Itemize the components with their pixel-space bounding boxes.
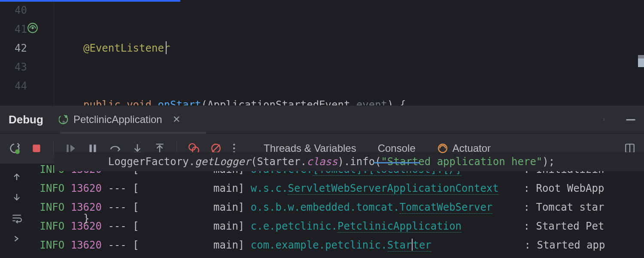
code-editor[interactable]: 40 41 42 43 44 @EventListener public voi… [0, 0, 644, 105]
code-line[interactable]: @EventListener [54, 39, 644, 58]
line-number[interactable]: 40 [0, 1, 54, 20]
stop-button[interactable] [29, 141, 44, 156]
threads-variables-tab[interactable]: Threads & Variables [263, 134, 357, 163]
svg-rect-6 [626, 119, 635, 120]
listener-gutter-icon[interactable] [27, 22, 38, 34]
rerun-button[interactable] [7, 141, 21, 156]
punct-token: . [189, 156, 195, 168]
actuator-tab-label: Actuator [453, 142, 491, 154]
editor-content[interactable]: @EventListener public void onStart(Appli… [54, 0, 644, 105]
tab-scroll-indicator [60, 132, 206, 134]
rerun-icon [59, 114, 69, 125]
type-token: LoggerFactory [108, 156, 189, 168]
console-side-toolbar [0, 163, 33, 258]
actuator-tab[interactable]: Actuator [436, 134, 492, 163]
svg-rect-8 [33, 144, 40, 152]
annotation-token: @EventListener [83, 42, 170, 54]
soft-wrap-button[interactable] [10, 212, 23, 224]
punct-token: } [83, 212, 89, 224]
console-tab[interactable]: Console [377, 134, 416, 163]
line-number[interactable]: 44 [0, 77, 54, 95]
progress-bar [0, 0, 180, 2]
text-cursor-icon [412, 239, 413, 251]
svg-point-7 [15, 149, 20, 154]
scroll-down-button[interactable] [10, 191, 23, 204]
toolwindow-title: Debug [9, 113, 43, 126]
punct-token: ( [251, 156, 257, 168]
svg-point-5 [604, 120, 604, 120]
run-config-label: PetclinicApplication [73, 114, 162, 126]
svg-point-1 [31, 27, 33, 29]
run-config-tab[interactable]: PetclinicApplication ✕ [55, 106, 184, 133]
line-number[interactable]: 42 [0, 39, 54, 58]
svg-point-3 [604, 118, 604, 119]
scroll-up-button[interactable] [10, 170, 23, 183]
line-number[interactable]: 43 [0, 58, 54, 77]
svg-point-2 [65, 115, 67, 118]
editor-caret [166, 41, 167, 54]
actuator-icon [437, 143, 448, 154]
editor-gutter[interactable]: 40 41 42 43 44 [0, 0, 54, 105]
code-line[interactable]: } [54, 209, 644, 228]
debug-toolwindow-header: Debug PetclinicApplication ✕ [0, 105, 644, 133]
debug-view-tabs: Threads & Variables Console Actuator [263, 134, 492, 163]
scroll-to-end-button[interactable] [10, 232, 23, 245]
separator [53, 141, 54, 156]
svg-point-4 [604, 119, 604, 120]
punct-token: ); [542, 156, 555, 168]
close-tab-button[interactable]: ✕ [173, 114, 180, 125]
method-call-token: getLogger [195, 156, 251, 168]
more-actions-button[interactable] [599, 114, 611, 125]
hide-toolwindow-button[interactable] [625, 114, 636, 125]
